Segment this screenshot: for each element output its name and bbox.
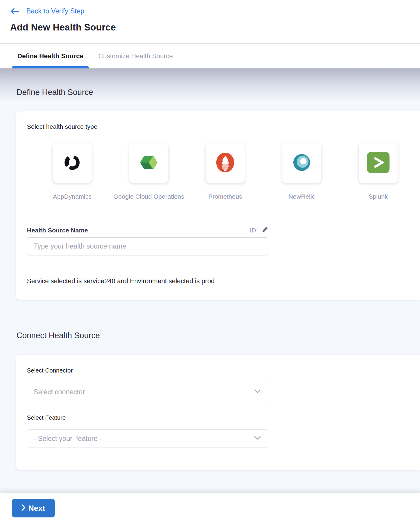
page-title: Add New Health Source	[10, 22, 116, 33]
page-footer: Next	[0, 493, 420, 521]
define-health-source-card: Select health source type	[16, 111, 420, 300]
source-type-newrelic[interactable]	[282, 143, 321, 183]
feature-select-value: - Select your feature -	[34, 435, 102, 443]
feature-select[interactable]: - Select your feature -	[27, 429, 268, 448]
connect-health-source-card: Select Connector Select connector Select…	[16, 355, 420, 470]
back-link[interactable]: Back to Verify Step	[10, 7, 84, 15]
tab-bar: Define Health Source Customize Health So…	[0, 44, 420, 68]
add-health-source-page: Back to Verify Step Add New Health Sourc…	[0, 0, 420, 521]
tab-customize-health-source[interactable]: Customize Health Source	[93, 44, 178, 68]
source-label-google-cloud-operations: Google Cloud Operations	[129, 193, 168, 200]
back-arrow-icon	[10, 8, 19, 15]
active-tab-underline	[12, 66, 89, 68]
newrelic-icon	[292, 154, 311, 173]
source-label-prometheus: Prometheus	[206, 193, 245, 200]
service-environment-note: Service selected is service240 and Envir…	[27, 277, 215, 285]
health-source-name-input[interactable]	[27, 237, 268, 255]
select-connector-label: Select Connector	[27, 367, 73, 374]
chevron-down-icon	[254, 389, 261, 395]
page-header: Back to Verify Step Add New Health Sourc…	[0, 0, 420, 44]
source-type-google-cloud-operations[interactable]	[129, 143, 168, 183]
health-source-name-label: Health Source Name	[27, 227, 88, 234]
connect-section-heading: Connect Health Source	[16, 331, 100, 340]
health-source-name-row: Health Source Name ID:	[27, 226, 268, 234]
splunk-icon	[367, 152, 390, 174]
pencil-icon	[262, 226, 268, 234]
chevron-right-icon	[22, 504, 25, 513]
tab-customize-label: Customize Health Source	[98, 52, 173, 60]
source-type-splunk[interactable]	[359, 143, 398, 183]
source-type-prometheus[interactable]	[206, 143, 245, 183]
select-type-label: Select health source type	[27, 123, 97, 130]
source-label-appdynamics: AppDynamics	[53, 193, 92, 200]
source-label-newrelic: NewRelic	[282, 193, 321, 200]
tab-define-label: Define Health Source	[17, 52, 83, 60]
google-cloud-operations-icon	[139, 154, 158, 172]
next-button-label: Next	[28, 504, 45, 513]
prometheus-icon	[216, 152, 235, 174]
define-section-heading: Define Health Source	[16, 88, 93, 97]
tab-define-health-source[interactable]: Define Health Source	[12, 44, 89, 68]
source-type-labels: AppDynamics Google Cloud Operations Prom…	[53, 193, 398, 200]
connector-select-value: Select connector	[34, 388, 85, 396]
connector-select[interactable]: Select connector	[27, 383, 268, 401]
source-type-tiles	[53, 143, 398, 183]
next-button[interactable]: Next	[12, 499, 55, 517]
back-link-label: Back to Verify Step	[26, 7, 84, 15]
edit-id-button[interactable]	[262, 226, 268, 234]
id-group: ID:	[250, 226, 268, 234]
id-label: ID:	[250, 227, 258, 234]
source-label-splunk: Splunk	[359, 193, 398, 200]
select-feature-label: Select Feature	[27, 414, 66, 421]
source-type-appdynamics[interactable]	[53, 143, 92, 183]
chevron-down-icon	[254, 436, 261, 441]
appdynamics-icon	[63, 153, 82, 173]
